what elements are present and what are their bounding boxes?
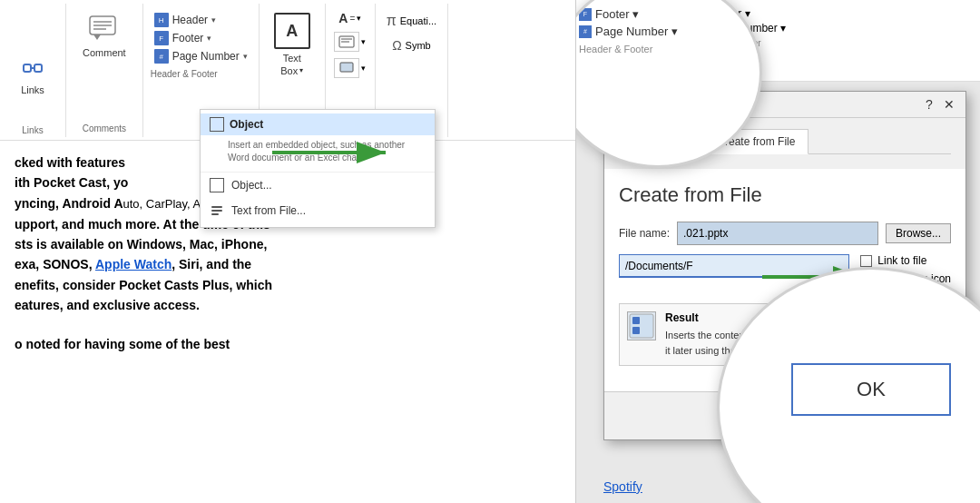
links-icon: [18, 54, 47, 83]
svg-rect-11: [340, 63, 353, 72]
svg-rect-20: [632, 317, 640, 324]
hf-group-label: Header & Footer: [151, 69, 218, 79]
links-group: Links Links: [0, 4, 66, 137]
header-icon: H: [154, 13, 169, 27]
main-container: Links Links Co: [0, 0, 980, 503]
apple-watch-link[interactable]: Apple Watch: [95, 257, 172, 271]
object-dropdown: Object Insert an embedded object, such a…: [200, 109, 436, 228]
footer-button[interactable]: F Footer ▾: [151, 29, 216, 47]
wrap-dd-arrow: ▾: [361, 37, 366, 46]
comment-label: Comment: [83, 47, 126, 58]
comment-group: Comment Comments: [66, 4, 143, 137]
svg-rect-0: [24, 64, 31, 72]
position-dd-arrow: ▾: [361, 64, 366, 73]
pi-icon: π: [387, 13, 397, 29]
equation-button[interactable]: π Equati...: [383, 11, 440, 31]
comment-icon: [86, 11, 122, 47]
doc-para-9: o noted for having some of the best: [15, 334, 561, 354]
format-a-icon: A: [338, 11, 348, 25]
textfromfile-icon: [210, 203, 224, 218]
textfromfile-label: Text from File...: [231, 204, 306, 217]
object-item-label: Object...: [231, 179, 272, 192]
textbox-label2: Box: [280, 65, 298, 76]
circle-hf-label: Header & Footer: [579, 44, 737, 54]
dialog-question-button[interactable]: ?: [922, 97, 936, 112]
left-panel: Links Links Co: [0, 0, 576, 503]
textbox-button[interactable]: A Text Box ▾: [267, 7, 318, 82]
footer-label: Footer: [172, 32, 204, 44]
position-button[interactable]: [334, 58, 359, 78]
wrap-text-icon: [338, 35, 355, 48]
omega-icon: Ω: [392, 38, 401, 53]
links-group-label: Links: [0, 125, 65, 135]
object-description: Insert an embedded object, such as anoth…: [201, 135, 435, 173]
object-item-icon: [210, 178, 224, 192]
dialog-file-label: File name:: [619, 227, 670, 240]
doc-para-5: sts is available on Windows, Mac, iPhone…: [15, 234, 561, 254]
doc-para-8: eatures, and exclusive access.: [15, 295, 561, 315]
dialog-filename-row: File name: Browse...: [619, 222, 951, 245]
symbol-label: Symb: [406, 40, 431, 51]
dialog-result-icon: [627, 311, 656, 340]
textfromfile-item[interactable]: Text from File...: [201, 198, 435, 223]
dialog-browse-button[interactable]: Browse...: [886, 223, 951, 243]
doc-para-6: exa, SONOS, Apple Watch, Siri, and the: [15, 254, 561, 274]
result-icon-svg: [628, 312, 655, 340]
textbox-icon: A: [274, 13, 310, 49]
object-header-label: Object: [230, 118, 263, 131]
circle-footer-text: Footer ▾: [595, 7, 639, 21]
header-button[interactable]: H Header ▾: [151, 11, 220, 29]
format-equal-icon: =: [349, 14, 355, 24]
svg-rect-1: [34, 64, 42, 72]
circle-footer-icon: F: [579, 8, 592, 21]
svg-marker-4: [93, 35, 101, 40]
wrap-text-button[interactable]: [334, 32, 359, 52]
circle-pagenum-text: Page Number ▾: [595, 25, 678, 38]
format-dd-arrow: ▾: [357, 14, 361, 23]
link-to-file-item: Link to file: [860, 254, 951, 267]
textbox-dropdown-arrow: ▾: [299, 66, 303, 74]
comment-button[interactable]: Comment: [74, 7, 135, 64]
dialog-section-title: Create from File: [619, 183, 951, 207]
position-icon: [338, 61, 355, 74]
object-header[interactable]: Object: [201, 113, 435, 135]
svg-rect-21: [632, 327, 640, 334]
footer-icon: F: [154, 31, 169, 45]
circle-pagenum-icon: #: [579, 25, 592, 38]
spotify-label[interactable]: Spotify: [603, 479, 642, 494]
header-label: Header: [172, 14, 208, 26]
links-label: Links: [21, 84, 44, 95]
doc-para-7: enefits, consider Pocket Casts Plus, whi…: [15, 275, 561, 295]
links-button[interactable]: Links: [7, 41, 58, 101]
page-number-label: Page Number: [172, 50, 240, 63]
comments-group-label: Comments: [66, 123, 142, 133]
symbol-button[interactable]: Ω Symb: [388, 36, 435, 54]
textbox-label: Text: [283, 53, 301, 64]
right-panel: Links Comment Comments F Footer ▾: [576, 0, 980, 503]
page-number-icon: #: [154, 49, 169, 64]
dialog-file-input[interactable]: [677, 222, 878, 245]
object-item[interactable]: Object...: [201, 173, 435, 198]
link-to-file-checkbox[interactable]: [860, 255, 872, 267]
page-number-button[interactable]: # Page Number ▾: [151, 47, 251, 65]
equation-label: Equati...: [400, 15, 436, 26]
object-desc-text: Insert an embedded object, such as anoth…: [228, 140, 405, 163]
dialog-path-input[interactable]: [619, 254, 849, 278]
dialog-close-button[interactable]: ✕: [942, 97, 956, 112]
object-header-icon: [210, 117, 224, 132]
link-to-file-label: Link to file: [877, 254, 926, 267]
circle-ok-button[interactable]: OK: [791, 363, 951, 416]
